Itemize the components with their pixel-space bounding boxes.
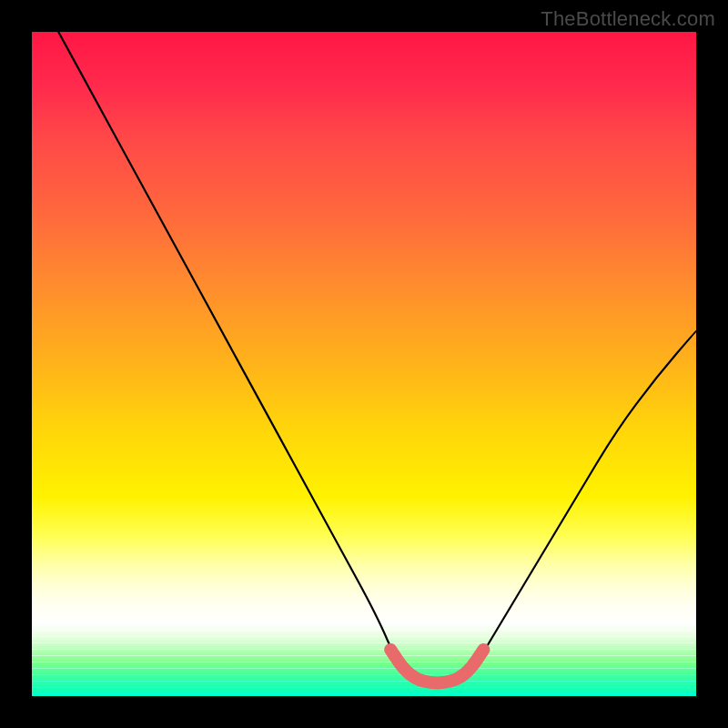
bottleneck-curve [58,32,696,682]
watermark-text: TheBottleneck.com [541,7,715,31]
bottleneck-flat-highlight [390,650,483,683]
plot-area [32,32,696,696]
chart-frame: TheBottleneck.com [0,0,728,728]
chart-svg [32,32,696,696]
